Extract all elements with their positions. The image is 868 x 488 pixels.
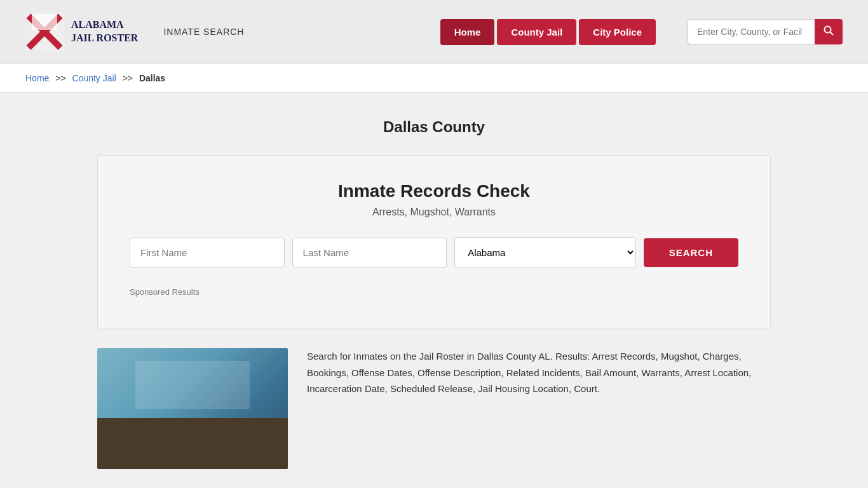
header-search-button[interactable] (815, 19, 843, 44)
state-select[interactable]: AlabamaAlaskaArizonaArkansasCaliforniaCo… (454, 237, 636, 268)
logo-text: ALABAMA JAIL ROSTER (71, 18, 138, 45)
breadcrumb-current: Dallas (139, 73, 165, 83)
logo-link[interactable]: ALABAMA JAIL ROSTER (25, 13, 138, 51)
svg-rect-3 (32, 14, 57, 30)
header-search-bar (688, 19, 843, 44)
records-card: Inmate Records Check Arrests, Mugshot, W… (97, 155, 771, 329)
last-name-input[interactable] (292, 238, 447, 268)
records-subtitle: Arrests, Mugshot, Warrants (130, 207, 738, 218)
records-heading: Inmate Records Check (130, 181, 738, 201)
bottom-section: Search for Inmates on the Jail Roster in… (97, 348, 771, 469)
breadcrumb-home-link[interactable]: Home (25, 73, 49, 83)
sponsored-label: Sponsored Results (130, 287, 738, 297)
logo-alabama: ALABAMA (71, 18, 138, 32)
page-title: Dallas County (97, 118, 771, 136)
first-name-input[interactable] (130, 238, 285, 268)
breadcrumb-county-jail-link[interactable]: County Jail (72, 73, 116, 83)
description-text: Search for Inmates on the Jail Roster in… (307, 348, 771, 397)
inmate-search-label: INMATE SEARCH (163, 27, 244, 37)
nav-county-jail-button[interactable]: County Jail (497, 19, 576, 45)
nav-home-button[interactable]: Home (440, 19, 495, 45)
header-search-input[interactable] (688, 19, 815, 44)
logo-jail-roster: JAIL ROSTER (71, 32, 138, 45)
nav-city-police-button[interactable]: City Police (579, 19, 656, 45)
inmate-search-form: AlabamaAlaskaArizonaArkansasCaliforniaCo… (130, 237, 738, 268)
logo-icon (25, 13, 64, 51)
main-nav: Home County Jail City Police (440, 19, 656, 45)
jail-image (97, 348, 288, 469)
svg-line-5 (831, 32, 833, 35)
main-content: Dallas County Inmate Records Check Arres… (72, 93, 796, 482)
breadcrumb-sep1: >> (55, 73, 65, 83)
search-button[interactable]: SEARCH (644, 238, 738, 267)
breadcrumb: Home >> County Jail >> Dallas (0, 64, 868, 93)
breadcrumb-sep2: >> (123, 73, 133, 83)
header: ALABAMA JAIL ROSTER INMATE SEARCH Home C… (0, 0, 868, 64)
